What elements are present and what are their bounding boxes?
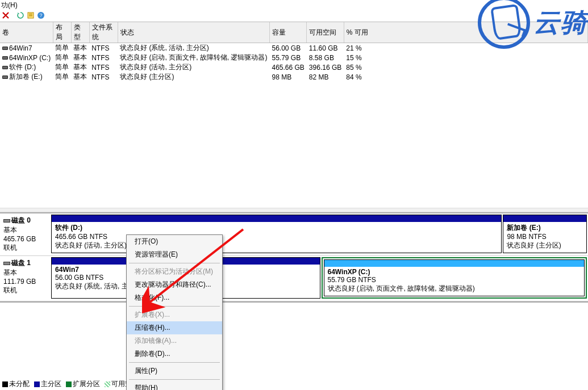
- col-capacity[interactable]: 容量: [269, 22, 306, 43]
- disk-row: 磁盘 1基本111.79 GB联机64Win756.00 GB NTFS状态良好…: [0, 256, 588, 301]
- vol-fs: NTFS: [89, 72, 118, 82]
- context-menu[interactable]: 打开(O)资源管理器(E)将分区标记为活动分区(M)更改驱动器号和路径(C)..…: [126, 234, 223, 390]
- menu-item[interactable]: 删除卷(D)...: [127, 347, 222, 360]
- menu-item: 添加镜像(A)...: [127, 334, 222, 347]
- menu-separator: [129, 379, 220, 380]
- primary-partition[interactable]: 软件 (D:)465.66 GB NTFS状态良好 (活动, 主分区): [51, 215, 502, 253]
- table-header-row: 卷 布局 类型 文件系统 状态 容量 可用空间 % 可用: [0, 22, 588, 43]
- splitter[interactable]: [0, 208, 588, 212]
- menu-help[interactable]: 功(H): [1, 1, 18, 9]
- col-volume[interactable]: 卷: [0, 22, 53, 43]
- menu-item: 将分区标记为活动分区(M): [127, 265, 222, 278]
- menu-item[interactable]: 更改驱动器号和路径(C)...: [127, 278, 222, 291]
- col-type[interactable]: 类型: [71, 22, 89, 43]
- menu-item: 扩展卷(X)...: [127, 308, 222, 321]
- menu-separator: [129, 362, 220, 363]
- vol-free: 82 MB: [307, 72, 344, 82]
- col-fs[interactable]: 文件系统: [89, 22, 118, 43]
- legend-unalloc: 未分配: [2, 379, 30, 389]
- legend-primary: 主分区: [34, 379, 61, 389]
- vol-status: 状态良好 (活动, 主分区): [118, 62, 269, 72]
- menubar: 功(H): [0, 0, 588, 9]
- vol-fs: NTFS: [89, 43, 118, 53]
- vol-pct: 21 %: [344, 43, 587, 53]
- svg-rect-1: [29, 14, 32, 15]
- vol-status: 状态良好 (主分区): [118, 72, 269, 82]
- table-row[interactable]: 新加卷 (E:)简单基本NTFS状态良好 (主分区)98 MB82 MB84 %: [0, 72, 588, 82]
- vol-type: 基本: [71, 72, 89, 82]
- vol-name: 软件 (D:): [9, 63, 36, 71]
- primary-partition[interactable]: 新加卷 (E:)98 MB NTFS状态良好 (主分区): [503, 215, 587, 253]
- table-row[interactable]: 64Win7简单基本NTFS状态良好 (系统, 活动, 主分区)56.00 GB…: [0, 43, 588, 53]
- menu-item[interactable]: 压缩卷(H)...: [127, 321, 222, 334]
- vol-status: 状态良好 (系统, 活动, 主分区): [118, 43, 269, 53]
- volume-icon: [2, 66, 8, 69]
- vol-type: 基本: [71, 62, 89, 72]
- menu-item[interactable]: 帮助(H): [127, 381, 222, 390]
- table-row[interactable]: 软件 (D:)简单基本NTFS状态良好 (活动, 主分区)465.66 GB39…: [0, 62, 588, 72]
- vol-status: 状态良好 (启动, 页面文件, 故障转储, 逻辑驱动器): [118, 53, 269, 62]
- vol-type: 基本: [71, 53, 89, 62]
- col-layout[interactable]: 布局: [53, 22, 71, 43]
- volume-icon: [2, 56, 8, 60]
- menu-item[interactable]: 打开(O): [127, 235, 222, 248]
- vol-free: 8.58 GB: [307, 53, 344, 62]
- vol-fs: NTFS: [89, 53, 118, 62]
- vol-cap: 56.00 GB: [269, 43, 306, 53]
- logical-partition[interactable]: 64WinXP (C:)55.79 GB NTFS状态良好 (启动, 页面文件,…: [324, 259, 585, 296]
- legend-extended: 扩展分区: [66, 379, 100, 389]
- vol-type: 基本: [71, 43, 89, 53]
- disk-map: 磁盘 0基本465.76 GB联机软件 (D:)465.66 GB NTFS状态…: [0, 212, 588, 303]
- volume-table-area: 卷 布局 类型 文件系统 状态 容量 可用空间 % 可用 64Win7简单基本N…: [0, 22, 588, 208]
- vol-cap: 465.66 GB: [269, 62, 306, 72]
- vol-layout: 简单: [53, 62, 71, 72]
- vol-pct: 85 %: [344, 62, 587, 72]
- col-free[interactable]: 可用空间: [307, 22, 344, 43]
- menu-item[interactable]: 属性(P): [127, 364, 222, 378]
- vol-name: 64WinXP (C:): [9, 54, 51, 62]
- toolbar: ?: [0, 9, 588, 22]
- vol-name: 64Win7: [9, 44, 32, 52]
- disk-header[interactable]: 磁盘 1基本111.79 GB联机: [0, 256, 50, 301]
- vol-fs: NTFS: [89, 62, 118, 72]
- volume-table[interactable]: 卷 布局 类型 文件系统 状态 容量 可用空间 % 可用 64Win7简单基本N…: [0, 22, 588, 82]
- refresh-icon[interactable]: [16, 11, 25, 20]
- volume-icon: [2, 47, 8, 50]
- col-pctfree[interactable]: % 可用: [344, 22, 587, 43]
- vol-pct: 84 %: [344, 72, 587, 82]
- vol-cap: 55.79 GB: [269, 53, 306, 62]
- vol-layout: 简单: [53, 53, 71, 62]
- col-status[interactable]: 状态: [118, 22, 269, 43]
- vol-layout: 简单: [53, 72, 71, 82]
- vol-free: 396.16 GB: [307, 62, 344, 72]
- vol-free: 11.60 GB: [307, 43, 344, 53]
- menu-item[interactable]: 格式化(F)...: [127, 291, 222, 304]
- vol-layout: 简单: [53, 43, 71, 53]
- hdd-icon: [3, 219, 10, 223]
- props-icon[interactable]: [26, 11, 35, 20]
- disk-row: 磁盘 0基本465.76 GB联机软件 (D:)465.66 GB NTFS状态…: [0, 213, 588, 256]
- disk-header[interactable]: 磁盘 0基本465.76 GB联机: [0, 213, 50, 255]
- volume-icon: [2, 76, 8, 79]
- vol-cap: 98 MB: [269, 72, 306, 82]
- vol-name: 新加卷 (E:): [9, 73, 43, 81]
- menu-separator: [129, 306, 220, 307]
- close-icon[interactable]: [1, 11, 10, 20]
- menu-separator: [129, 263, 220, 263]
- svg-text:?: ?: [39, 12, 42, 18]
- help-icon[interactable]: ?: [36, 11, 45, 20]
- svg-rect-2: [29, 15, 32, 16]
- hdd-icon: [3, 262, 10, 265]
- table-row[interactable]: 64WinXP (C:)简单基本NTFS状态良好 (启动, 页面文件, 故障转储…: [0, 53, 588, 62]
- menu-item[interactable]: 资源管理器(E): [127, 248, 222, 261]
- vol-pct: 15 %: [344, 53, 587, 62]
- extended-partition[interactable]: 64WinXP (C:)55.79 GB NTFS状态良好 (启动, 页面文件,…: [322, 257, 587, 299]
